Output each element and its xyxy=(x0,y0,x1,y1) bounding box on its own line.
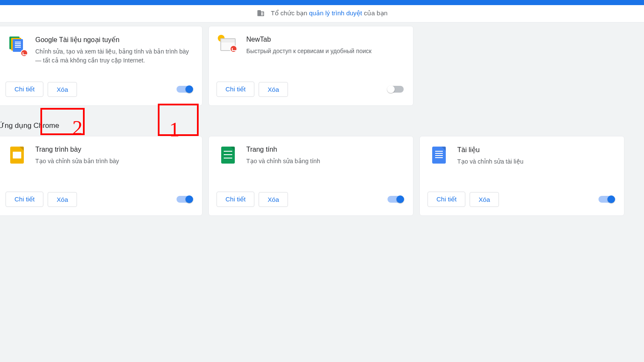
sheets-icon xyxy=(219,146,237,180)
card-title: NewTab xyxy=(246,36,403,43)
details-button[interactable]: Chi tiết xyxy=(427,192,465,207)
card-title: Trang trình bày xyxy=(35,146,192,153)
banner-link[interactable]: quản lý trình duyệt xyxy=(309,9,362,17)
top-bar xyxy=(0,0,644,5)
enable-toggle[interactable] xyxy=(177,86,193,93)
docs-icon xyxy=(430,146,448,180)
card-title: Trang tính xyxy=(246,146,403,153)
card-desc: Tạo và chỉnh sửa bảng tính xyxy=(246,157,403,166)
card-title: Google Tài liệu ngoại tuyến xyxy=(35,36,192,44)
remove-button[interactable]: Xóa xyxy=(48,82,77,97)
card-desc: Chỉnh sửa, tạo và xem tài liệu, bảng tín… xyxy=(35,47,192,65)
details-button[interactable]: Chi tiết xyxy=(6,82,43,97)
details-button[interactable]: Chi tiết xyxy=(217,192,254,207)
app-card-docs: Tài liệu Tạo và chỉnh sửa tài liệu Chi t… xyxy=(419,136,624,216)
app-card-sheets: Trang tính Tạo và chỉnh sửa bảng tính Ch… xyxy=(208,136,413,216)
apps-row: Trang trình bày Tạo và chỉnh sửa bản trì… xyxy=(0,136,638,216)
banner-suffix: của bạn xyxy=(362,9,388,17)
details-button[interactable]: Chi tiết xyxy=(6,192,43,207)
newtab-icon xyxy=(219,36,237,70)
card-desc: Tạo và chỉnh sửa bản trình bày xyxy=(35,157,192,166)
apps-section-title: Ứng dụng Chrome xyxy=(0,121,638,130)
card-desc: Tạo và chỉnh sửa tài liệu xyxy=(457,157,614,166)
org-icon xyxy=(256,9,265,17)
remove-button[interactable]: Xóa xyxy=(48,192,77,207)
docs-offline-icon xyxy=(8,36,26,70)
banner-prefix: Tổ chức bạn xyxy=(271,9,309,17)
enable-toggle[interactable] xyxy=(388,196,404,203)
app-card-slides: Trang trình bày Tạo và chỉnh sửa bản trì… xyxy=(0,136,202,216)
enable-toggle[interactable] xyxy=(177,196,193,203)
card-title: Tài liệu xyxy=(457,146,614,154)
slides-icon xyxy=(8,146,26,180)
remove-button[interactable]: Xóa xyxy=(259,82,288,97)
remove-button[interactable]: Xóa xyxy=(259,192,288,207)
details-button[interactable]: Chi tiết xyxy=(217,82,254,97)
managed-banner: Tổ chức bạn quản lý trình duyệt của bạn xyxy=(0,5,644,23)
extension-card-newtab: NewTab Быстрый доступ к сервисам и удобн… xyxy=(208,26,413,106)
enable-toggle[interactable] xyxy=(598,196,615,203)
extensions-row: Google Tài liệu ngoại tuyến Chỉnh sửa, t… xyxy=(0,26,638,106)
annotation-box-1 xyxy=(158,104,199,136)
enable-toggle[interactable] xyxy=(388,86,404,93)
extension-card-google-docs-offline: Google Tài liệu ngoại tuyến Chỉnh sửa, t… xyxy=(0,26,202,106)
card-desc: Быстрый доступ к сервисам и удобный поис… xyxy=(246,47,403,56)
remove-button[interactable]: Xóa xyxy=(470,192,499,207)
